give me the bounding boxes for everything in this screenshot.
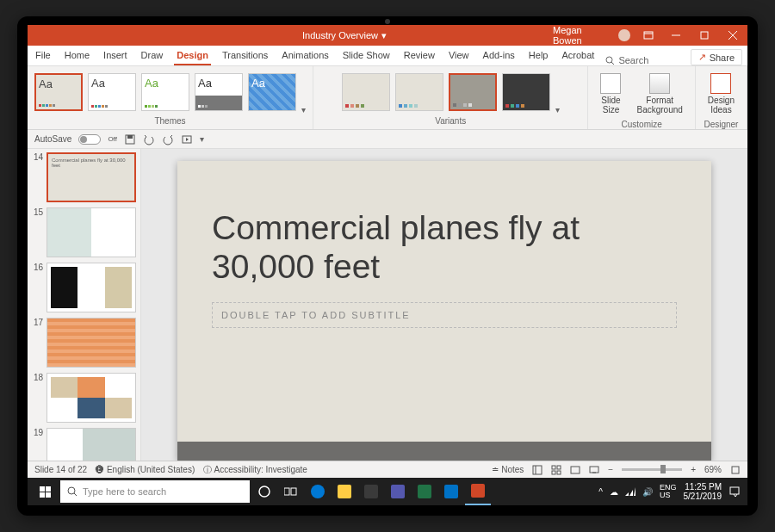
start-from-beginning-button[interactable]	[181, 133, 193, 145]
taskbar-app-teams[interactable]	[385, 478, 411, 505]
taskbar-app-excel[interactable]	[412, 478, 437, 505]
tab-review[interactable]: Review	[401, 46, 437, 65]
svg-rect-9	[127, 135, 133, 139]
thumb-17[interactable]: 17	[31, 318, 137, 368]
zoom-slider[interactable]	[622, 468, 682, 471]
minimize-button[interactable]	[666, 31, 686, 40]
svg-rect-0	[644, 32, 653, 39]
variant-thumb-3[interactable]	[449, 73, 497, 111]
theme-thumb-2[interactable]: Aa	[88, 73, 136, 111]
svg-point-23	[259, 486, 270, 497]
slide-title[interactable]: Commercial planes fly at 30,000 feet	[212, 209, 677, 287]
save-button[interactable]	[124, 133, 136, 145]
svg-point-6	[606, 57, 612, 63]
design-ideas-button[interactable]: Design Ideas	[703, 70, 740, 118]
ribbon-tabs: File Home Insert Draw Design Transitions…	[28, 46, 747, 66]
undo-button[interactable]	[143, 133, 155, 145]
tab-addins[interactable]: Add-ins	[480, 46, 518, 65]
taskbar-app-store[interactable]	[358, 478, 384, 505]
slide[interactable]: Commercial planes fly at 30,000 feet DOU…	[177, 161, 711, 461]
variant-thumb-4[interactable]	[502, 73, 550, 111]
tab-view[interactable]: View	[446, 46, 472, 65]
taskbar-app-explorer[interactable]	[332, 478, 357, 505]
variant-thumb-1[interactable]	[342, 73, 390, 111]
slide-subtitle-placeholder[interactable]: DOUBLE TAP TO ADD SUBTITLE	[212, 302, 677, 328]
windows-taskbar: Type here to search ^ ☁ 🔊 ENG US	[28, 478, 747, 505]
variant-thumb-2[interactable]	[395, 73, 443, 111]
svg-rect-20	[732, 467, 739, 473]
themes-more-icon[interactable]: ▾	[301, 105, 306, 114]
taskbar-search[interactable]: Type here to search	[60, 480, 250, 503]
theme-thumb-3[interactable]: Aa	[141, 73, 189, 111]
tray-volume-icon[interactable]: 🔊	[642, 487, 653, 497]
tray-notifications-icon[interactable]	[728, 486, 741, 498]
tab-draw[interactable]: Draw	[139, 46, 166, 65]
tray-chevron-icon[interactable]: ^	[598, 487, 603, 497]
zoom-in-button[interactable]: +	[691, 465, 696, 474]
tab-insert[interactable]: Insert	[101, 46, 130, 65]
qat-more-icon[interactable]: ▾	[200, 134, 204, 144]
redo-icon	[162, 133, 174, 145]
notes-toggle[interactable]: ≐ Notes	[492, 465, 524, 474]
ribbon-display-button[interactable]	[639, 31, 659, 40]
maximize-button[interactable]	[695, 31, 715, 40]
thumb-15[interactable]: 15	[31, 207, 137, 257]
sorter-view-button[interactable]	[551, 465, 561, 475]
svg-rect-25	[291, 488, 296, 495]
zoom-level[interactable]: 69%	[704, 465, 722, 474]
variants-more-icon[interactable]: ▾	[555, 105, 560, 114]
tab-help[interactable]: Help	[526, 46, 551, 65]
theme-thumb-4[interactable]: Aa	[195, 73, 243, 111]
thumb-19[interactable]: 19	[31, 428, 137, 461]
thumb-14[interactable]: 14Commercial planes fly at 30,000 feet	[31, 152, 137, 202]
format-background-button[interactable]: Format Background	[631, 70, 687, 118]
tell-me-search[interactable]: Search	[605, 55, 648, 65]
tray-clock[interactable]: 11:25 PM 5/21/2019	[684, 482, 722, 501]
autosave-toggle[interactable]	[78, 134, 101, 145]
accessibility-status[interactable]: ⓘ Accessibility: Investigate	[203, 464, 307, 476]
theme-thumb-1[interactable]: Aa	[34, 73, 83, 111]
normal-view-button[interactable]	[532, 465, 542, 475]
task-view-button[interactable]	[278, 478, 304, 505]
language-status[interactable]: 🅔 English (United States)	[96, 465, 195, 474]
thumb-18[interactable]: 18	[31, 373, 137, 423]
slideshow-view-button[interactable]	[589, 465, 599, 475]
tray-network-icon[interactable]	[625, 487, 636, 496]
svg-rect-24	[284, 488, 289, 495]
share-button[interactable]: ↗ Share	[691, 49, 742, 65]
fit-to-window-button[interactable]	[730, 465, 741, 475]
taskbar-app-outlook[interactable]	[438, 478, 464, 505]
reading-view-button[interactable]	[570, 465, 580, 475]
svg-rect-3	[701, 32, 708, 39]
play-icon	[181, 133, 193, 145]
cortana-button[interactable]	[251, 478, 277, 505]
slide-footer-bar	[177, 442, 711, 461]
thumb-16[interactable]: 16	[31, 263, 137, 312]
save-icon	[124, 133, 136, 145]
theme-thumb-5[interactable]: Aa	[248, 73, 296, 111]
close-button[interactable]	[722, 31, 742, 40]
taskbar-app-edge[interactable]	[305, 478, 331, 505]
themes-group-label: Themes	[34, 114, 306, 126]
ribbon: Aa Aa Aa Aa Aa ▾ Themes ▾ Variants	[28, 66, 747, 130]
taskbar-app-powerpoint[interactable]	[465, 478, 491, 505]
tray-language[interactable]: ENG US	[660, 484, 677, 499]
tab-slideshow[interactable]: Slide Show	[340, 46, 393, 65]
redo-button[interactable]	[162, 133, 174, 145]
tray-onedrive-icon[interactable]: ☁	[610, 487, 618, 497]
design-ideas-icon	[710, 73, 731, 94]
svg-rect-17	[571, 467, 580, 473]
tab-transitions[interactable]: Transitions	[220, 46, 270, 65]
tab-home[interactable]: Home	[62, 46, 92, 65]
dropdown-icon[interactable]: ▾	[381, 30, 387, 41]
tab-animations[interactable]: Animations	[279, 46, 331, 65]
slide-size-button[interactable]: Slide Size	[595, 70, 626, 118]
start-button[interactable]	[31, 478, 59, 505]
zoom-out-button[interactable]: −	[608, 465, 613, 474]
tab-file[interactable]: File	[33, 46, 53, 65]
user-avatar[interactable]	[618, 29, 629, 41]
svg-point-21	[68, 487, 75, 494]
tab-design[interactable]: Design	[174, 46, 211, 65]
customize-group-label: Customize	[595, 118, 687, 129]
tab-acrobat[interactable]: Acrobat	[559, 46, 597, 65]
